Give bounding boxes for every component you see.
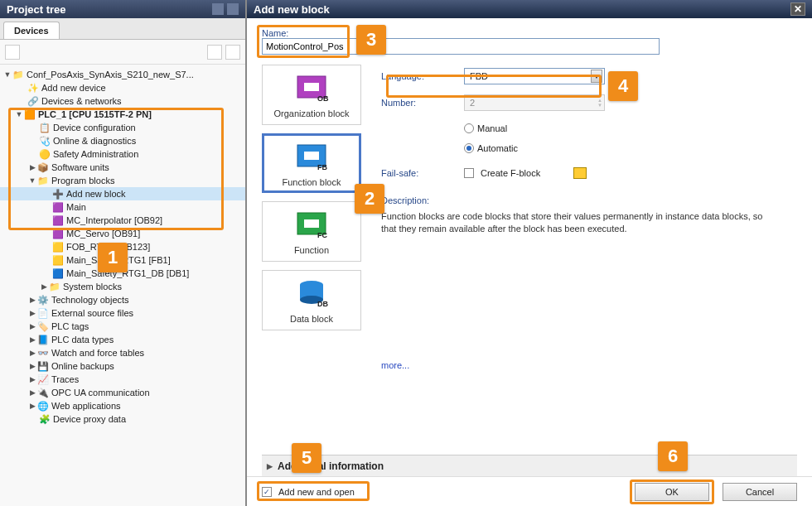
chevron-right-icon: ▶ [267,462,273,470]
tree-tool-icon[interactable] [5,45,20,60]
add-new-and-open-check[interactable]: Add new and open [262,484,355,499]
tree-root[interactable]: ▼📁Conf_PosAxis_SynAxis_S210_new_S7... [0,68,245,81]
project-tree-panel: Project tree Devices 1 ▼📁Conf_PosAxis_Sy… [0,0,247,506]
view-list-icon[interactable] [225,45,240,60]
tree-main[interactable]: 🟪Main [0,200,245,214]
svg-rect-1 [304,83,319,91]
tree-toolbar [0,40,245,65]
block-type-fc[interactable]: FC Function [262,201,361,262]
block-type-ob[interactable]: OB Organization block [262,65,361,125]
tree-opcua[interactable]: ▶🔌OPC UA communication [0,386,245,399]
name-row: Name: [262,28,797,55]
tab-devices[interactable]: Devices [3,22,60,39]
create-fblock-check[interactable]: Create F-block [464,166,540,181]
tree-program-blocks[interactable]: ▼📁Program blocks [0,174,245,187]
tree-watch[interactable]: ▶👓Watch and force tables [0,346,245,359]
tree-tags[interactable]: ▶🏷️PLC tags [0,320,245,333]
tab-bar: Devices [0,18,245,40]
tree-backups[interactable]: ▶💾Online backups [0,359,245,373]
svg-rect-7 [304,219,319,228]
form-area: Language: FBD ▼ Number: 2 ▲▼ [381,65,797,445]
view-grid-icon[interactable] [207,45,222,60]
callout-1: 1 [98,243,128,272]
svg-rect-4 [304,152,319,160]
name-label: Name: [262,28,660,38]
number-input: 2 ▲▼ [464,94,605,111]
dialog-body: 3 4 2 Name: OB Organization block FB [247,18,812,476]
description-label: Description: [381,195,797,205]
svg-text:FC: FC [317,231,327,239]
language-value: FBD [470,71,488,81]
tree-datatypes[interactable]: ▶📘PLC data types [0,333,245,346]
more-link[interactable]: more... [381,360,409,370]
close-icon[interactable]: ✕ [790,2,805,16]
tree-software-units[interactable]: ▶📦Software units [0,161,245,174]
block-type-list: OB Organization block FB Function block … [262,65,361,445]
tree-device-config[interactable]: 📋Device configuration [0,121,245,134]
tree-webapp[interactable]: ▶🌐Web applications [0,399,245,412]
tree-plc[interactable]: ▼🟧PLC_1 [CPU 1515TF-2 PN] [0,108,245,121]
panel-title: Project tree [7,3,66,16]
callout-4: 4 [608,71,638,101]
additional-info-bar[interactable]: ▶ Additional information [262,455,797,476]
cancel-button[interactable]: Cancel [723,483,797,501]
callout-3: 3 [356,25,386,55]
description-text: Function blocks are code blocks that sto… [381,210,771,236]
number-label: Number: [381,98,464,108]
failsafe-icon [573,167,587,179]
automatic-radio[interactable]: Automatic [464,141,518,156]
callout-2: 2 [355,184,384,214]
tree-system-blocks[interactable]: ▶📁System blocks [0,280,245,293]
name-input[interactable] [262,38,660,55]
dialog-footer: 5 Add new and open 6 OK Cancel [247,476,812,506]
callout-6: 6 [658,441,688,471]
panel-title-bar: Project tree [0,0,245,18]
block-type-fb[interactable]: FB Function block [262,133,361,194]
manual-radio[interactable]: Manual [464,121,507,136]
chevron-down-icon: ▼ [591,70,602,83]
tree-online-diag[interactable]: 🩺Online & diagnostics [0,134,245,147]
tree-mc-servo[interactable]: 🟪MC_Servo [OB91] [0,227,245,240]
tree-tech[interactable]: ▶⚙️Technology objects [0,293,245,306]
pin-icon[interactable] [212,3,224,15]
tree-traces[interactable]: ▶📈Traces [0,373,245,386]
project-tree: 1 ▼📁Conf_PosAxis_SynAxis_S210_new_S7... … [0,65,245,506]
tree-add-device[interactable]: ✨Add new device [0,81,245,94]
language-label: Language: [381,71,464,81]
tree-safety-admin[interactable]: 🟡Safety Administration [0,147,245,161]
svg-text:FB: FB [317,163,327,171]
callout-5: 5 [292,443,321,473]
svg-text:OB: OB [317,94,329,103]
tree-mc-interp[interactable]: 🟪MC_Interpolator [OB92] [0,214,245,227]
tree-add-block[interactable]: ➕Add new block [0,187,245,200]
language-select[interactable]: FBD ▼ [464,68,605,84]
dialog-title: Add new block [254,3,330,16]
add-new-block-dialog: Add new block ✕ 3 4 2 Name: OB Organiz [247,0,812,506]
failsafe-label: Fail-safe: [381,168,464,178]
tree-ext-src[interactable]: ▶📄External source files [0,306,245,320]
tree-devices-networks[interactable]: 🔗Devices & networks [0,94,245,108]
dialog-title-bar: Add new block ✕ [247,0,812,18]
collapse-icon[interactable] [227,3,239,15]
tree-proxy[interactable]: 🧩Device proxy data [0,412,245,426]
number-value: 2 [470,98,475,108]
ok-button[interactable]: OK [635,483,709,501]
svg-text:DB: DB [317,300,328,308]
panel-title-icons [212,3,239,15]
block-type-db[interactable]: DB Data block [262,270,361,330]
